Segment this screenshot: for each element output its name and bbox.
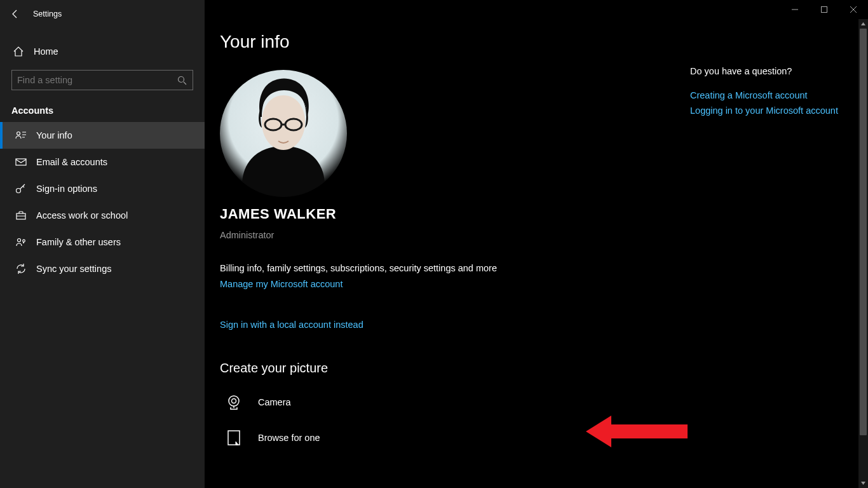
- svg-rect-2: [16, 159, 26, 165]
- sidebar-item-label: Email & accounts: [36, 157, 107, 167]
- sidebar-item-work[interactable]: Access work or school: [0, 202, 205, 229]
- content-area: Your info JAMES WALKER Administrator Bil…: [205, 0, 690, 488]
- page-title: Your info: [220, 32, 690, 52]
- home-icon: [13, 46, 24, 57]
- camera-icon: [225, 393, 243, 411]
- main-panel: Your info JAMES WALKER Administrator Bil…: [205, 0, 868, 488]
- manage-account-link[interactable]: Manage my Microsoft account: [220, 279, 342, 289]
- window-controls: [780, 0, 868, 19]
- mail-icon: [15, 156, 27, 168]
- window-title: Settings: [33, 10, 62, 18]
- sidebar-item-label: Access work or school: [36, 210, 128, 220]
- create-picture-heading: Create your picture: [220, 361, 690, 376]
- section-title: Accounts: [0, 90, 205, 122]
- scroll-up-arrow[interactable]: [858, 19, 868, 29]
- sidebar: Settings Home Accounts Your info Email &…: [0, 0, 205, 488]
- sidebar-header: Settings: [0, 0, 205, 28]
- person-card-icon: [15, 130, 27, 141]
- close-button[interactable]: [839, 0, 868, 19]
- role-label: Administrator: [220, 230, 690, 240]
- local-account-link[interactable]: Sign in with a local account instead: [220, 320, 363, 330]
- scrollbar[interactable]: [858, 19, 868, 488]
- sidebar-item-label: Sync your settings: [36, 264, 111, 274]
- sidebar-item-email[interactable]: Email & accounts: [0, 149, 205, 175]
- people-icon: [15, 236, 27, 248]
- help-link-login[interactable]: Logging in to your Microsoft account: [690, 105, 858, 116]
- search-container: [0, 64, 205, 90]
- display-name: JAMES WALKER: [220, 206, 690, 222]
- svg-point-5: [18, 239, 21, 242]
- briefcase-icon: [15, 210, 27, 221]
- maximize-button[interactable]: [810, 0, 839, 19]
- svg-rect-12: [228, 431, 240, 445]
- scroll-thumb[interactable]: [860, 29, 867, 435]
- scroll-down-arrow[interactable]: [858, 478, 868, 488]
- sidebar-item-sync[interactable]: Sync your settings: [0, 255, 205, 282]
- search-icon: [176, 74, 187, 86]
- svg-point-11: [232, 399, 236, 403]
- sync-icon: [15, 263, 27, 274]
- account-desc: Billing info, family settings, subscript…: [220, 263, 690, 273]
- home-label: Home: [34, 46, 58, 57]
- sidebar-item-label: Sign-in options: [36, 184, 97, 194]
- browse-label: Browse for one: [258, 433, 320, 443]
- help-title: Do you have a question?: [690, 66, 858, 76]
- search-box[interactable]: [11, 70, 193, 90]
- picture-file-icon: [225, 429, 243, 447]
- help-link-create[interactable]: Creating a Microsoft account: [690, 90, 858, 100]
- sidebar-item-label: Your info: [36, 130, 72, 140]
- svg-marker-13: [586, 416, 688, 447]
- sidebar-item-family[interactable]: Family & other users: [0, 229, 205, 255]
- search-input[interactable]: [17, 75, 176, 85]
- svg-point-0: [178, 76, 184, 82]
- sidebar-item-label: Family & other users: [36, 237, 121, 247]
- svg-rect-7: [822, 7, 827, 13]
- sidebar-item-signin[interactable]: Sign-in options: [0, 175, 205, 202]
- minimize-button[interactable]: [780, 0, 810, 19]
- back-button[interactable]: [8, 6, 23, 22]
- svg-point-1: [17, 132, 20, 135]
- svg-point-10: [229, 396, 239, 406]
- annotation-arrow-icon: [586, 416, 688, 450]
- sidebar-item-your-info[interactable]: Your info: [0, 122, 205, 149]
- svg-point-6: [23, 240, 25, 242]
- camera-label: Camera: [258, 397, 291, 407]
- home-nav[interactable]: Home: [0, 39, 205, 64]
- svg-point-3: [17, 189, 21, 193]
- help-panel: Do you have a question? Creating a Micro…: [690, 0, 868, 488]
- key-icon: [15, 183, 27, 194]
- avatar: [220, 70, 347, 197]
